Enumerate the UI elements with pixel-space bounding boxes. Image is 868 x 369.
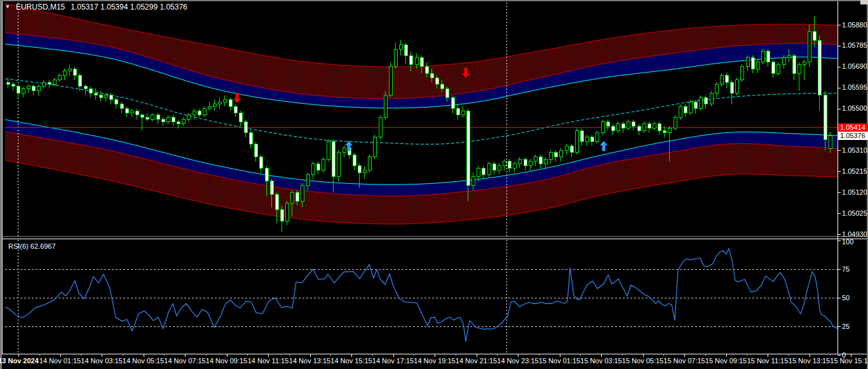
candle-body — [679, 106, 682, 117]
time-axis-label: 14 Nov 07:15 — [164, 357, 205, 365]
candle-body — [787, 55, 790, 57]
candle-body — [48, 82, 51, 84]
candle-body — [570, 146, 573, 152]
chart-canvas[interactable] — [0, 0, 868, 369]
candle-body — [156, 115, 159, 120]
candle-body — [549, 153, 552, 159]
candle-body — [440, 85, 444, 89]
price-axis-label: 1.05215 — [842, 167, 867, 175]
time-axis-label: 14 Nov 03:15 — [81, 357, 122, 365]
candle-body — [766, 52, 770, 62]
candle-body — [518, 159, 521, 164]
candle-body — [37, 87, 40, 91]
candle-body — [740, 67, 743, 80]
candle-body — [327, 142, 330, 160]
candle-body — [114, 100, 118, 104]
candle-body — [590, 137, 593, 142]
time-axis-label: 15 Nov 09:15 — [705, 357, 747, 365]
candle-body — [358, 166, 361, 172]
candle-body — [425, 67, 428, 73]
price-axis-label: 1.05880 — [842, 21, 867, 29]
price-line-badge: 1.05414 — [838, 123, 868, 132]
candle-body — [363, 171, 366, 172]
rsi-axis-label: 75 — [842, 265, 850, 273]
time-axis-label: 14 Nov 09:15 — [206, 357, 247, 365]
candle-body — [456, 109, 459, 115]
candle-body — [301, 186, 304, 201]
candle-body — [193, 111, 196, 115]
time-axis-label: 14 Nov 13:15 — [289, 357, 330, 365]
mt4-chart-window: ▼ EURUSD,M15 1.05317 1.05394 1.05299 1.0… — [0, 0, 868, 369]
candle-body — [409, 55, 412, 64]
candle-body — [808, 31, 811, 62]
candle-body — [342, 148, 346, 153]
price-axis-label: 1.05785 — [842, 41, 867, 49]
time-axis-label: 14 Nov 11:15 — [248, 357, 289, 365]
candle-body — [384, 95, 387, 118]
time-axis-label: 15 Nov 11:15 — [747, 357, 789, 365]
candle-body — [27, 87, 30, 88]
candle-body — [311, 164, 315, 174]
candle-body — [104, 95, 107, 97]
candle-body — [782, 58, 785, 64]
candle-body — [78, 76, 81, 87]
candle-body — [275, 195, 278, 210]
candle-body — [803, 62, 806, 64]
candle-body — [658, 124, 661, 130]
candle-body — [663, 130, 666, 132]
candle-body — [161, 120, 165, 122]
candle-body — [445, 88, 449, 97]
bid-price-badge: 1.05376 — [838, 132, 868, 140]
candle-body — [135, 111, 139, 115]
candle-body — [776, 64, 780, 73]
candle-body — [575, 130, 578, 153]
candle-body — [648, 124, 651, 129]
candle-body — [461, 111, 465, 115]
candle-body — [761, 52, 764, 62]
candle-body — [32, 87, 35, 91]
candle-body — [177, 122, 180, 123]
price-axis-label: 1.05500 — [842, 104, 867, 112]
time-axis-label: 14 Nov 19:15 — [414, 357, 455, 365]
candle-body — [829, 136, 832, 149]
time-axis-label: 14 Nov 15:15 — [330, 357, 372, 365]
candle-body — [203, 109, 206, 115]
candle-body — [259, 157, 262, 168]
candle-body — [513, 164, 516, 168]
candle-body — [637, 126, 641, 130]
candle-body — [694, 102, 697, 108]
candle-body — [125, 109, 128, 113]
candle-body — [280, 210, 283, 221]
candle-body — [94, 93, 97, 95]
candle-body — [621, 124, 625, 129]
rsi-axis-label: 25 — [842, 323, 850, 330]
candle-body — [710, 93, 713, 104]
candle-body — [394, 49, 397, 67]
candle-body — [53, 80, 56, 85]
candle-body — [720, 76, 723, 85]
candle-body — [229, 100, 232, 106]
candle-body — [265, 168, 268, 181]
panel-splitter[interactable] — [0, 235, 868, 240]
candle-body — [89, 88, 92, 93]
time-axis-label: 14 Nov 01:15 — [39, 357, 81, 365]
candle-body — [42, 82, 45, 87]
candle-body — [146, 117, 149, 119]
candle-body — [451, 97, 454, 108]
candle-body — [595, 133, 599, 142]
candle-body — [813, 31, 816, 40]
candle-body — [653, 124, 656, 129]
candle-body — [435, 78, 438, 84]
time-axis-label: 15 Nov 05:15 — [622, 357, 663, 365]
candle-body — [430, 73, 433, 78]
time-axis-label: 15 Nov 07:15 — [663, 357, 705, 365]
time-axis-label: 15 Nov 03:15 — [580, 357, 621, 365]
candle-body — [218, 102, 221, 104]
candle-body — [565, 146, 568, 150]
candle-body — [674, 117, 677, 128]
candle-body — [99, 95, 102, 97]
candle-body — [120, 104, 123, 109]
candle-body — [58, 76, 61, 80]
candle-body — [715, 85, 718, 94]
candle-body — [420, 58, 423, 67]
